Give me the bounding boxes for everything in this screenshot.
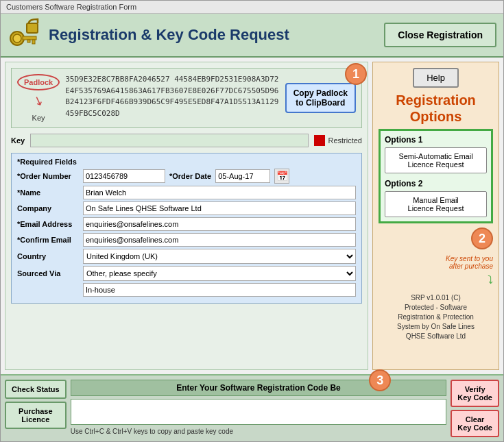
title-bar: Customers Software Registration Form bbox=[1, 1, 503, 14]
badge-1: 1 bbox=[345, 63, 367, 85]
purchase-licence-button[interactable]: Purchase Licence bbox=[5, 402, 67, 429]
name-label: *Name bbox=[17, 188, 79, 197]
badge-2: 2 bbox=[471, 228, 493, 249]
window-title: Customers Software Registration Form bbox=[6, 3, 136, 11]
padlock-label: Padlock bbox=[17, 74, 60, 90]
padlock-arrow-icon: ↘ bbox=[31, 92, 46, 110]
confirm-email-label: *Confirm Email bbox=[17, 236, 79, 244]
padlock-col: Padlock ↘ Key bbox=[17, 74, 60, 122]
svg-rect-3 bbox=[32, 40, 35, 44]
required-fields-label: *Required Fields bbox=[17, 158, 356, 166]
required-fields-section: *Required Fields *Order Number *Order Da… bbox=[11, 153, 362, 304]
verify-key-code-button[interactable]: Verify Key Code bbox=[451, 380, 499, 407]
sourced-row: Sourced Via Other, please specify bbox=[17, 266, 356, 281]
specify-row bbox=[17, 283, 356, 297]
calendar-button[interactable]: 📅 bbox=[274, 169, 289, 184]
close-registration-button[interactable]: Close Registration bbox=[384, 23, 496, 47]
svg-rect-2 bbox=[23, 36, 36, 40]
badge-3: 3 bbox=[369, 369, 391, 391]
key-input[interactable] bbox=[30, 134, 309, 147]
country-label: Country bbox=[17, 252, 79, 260]
key-label: Key bbox=[32, 114, 45, 122]
svg-rect-4 bbox=[27, 40, 30, 42]
key-row: Key Restricted bbox=[11, 132, 362, 149]
copy-padlock-button[interactable]: Copy Padlock to ClipBoard bbox=[285, 83, 356, 113]
order-number-input[interactable] bbox=[83, 169, 165, 183]
bottom-left-buttons: Check Status Purchase Licence bbox=[5, 380, 67, 437]
padlock-key-icon bbox=[8, 18, 42, 52]
email-input[interactable] bbox=[83, 217, 356, 231]
order-date-input[interactable] bbox=[215, 169, 270, 183]
name-input[interactable] bbox=[83, 186, 356, 199]
header-left: Registration & Key Code Request bbox=[8, 18, 289, 52]
header: Registration & Key Code Request Close Re… bbox=[1, 14, 503, 58]
clear-key-code-button[interactable]: Clear Key Code bbox=[451, 410, 499, 437]
company-input[interactable] bbox=[83, 201, 356, 215]
restricted-text: Restricted bbox=[328, 136, 362, 145]
country-select[interactable]: United Kingdom (UK) bbox=[83, 249, 356, 264]
sourced-label: Sourced Via bbox=[17, 269, 79, 278]
verify-clear-buttons: Verify Key Code Clear Key Code bbox=[451, 380, 499, 437]
main-content: Padlock ↘ Key 35D9E32E8C7BB8FA2046527 44… bbox=[1, 58, 503, 374]
order-row: *Order Number *Order Date 📅 bbox=[17, 169, 356, 184]
help-button[interactable]: Help bbox=[413, 68, 459, 88]
confirm-email-row: *Confirm Email bbox=[17, 233, 356, 247]
key-sent-arrow-icon: ⤵ bbox=[379, 274, 493, 286]
order-number-label: *Order Number bbox=[17, 172, 79, 180]
padlock-area: Padlock ↘ Key 35D9E32E8C7BB8FA2046527 44… bbox=[11, 68, 362, 128]
restricted-square-icon bbox=[314, 135, 325, 146]
option-2-button[interactable]: Manual Email Licence Request bbox=[385, 191, 487, 217]
padlock-hex-display: 35D9E32E8C7BB8FA2046527 44584EB9FD2531E9… bbox=[65, 74, 279, 122]
option-1-button[interactable]: Semi-Automatic Email Licence Request bbox=[385, 147, 487, 173]
key-sent-note: Key sent to you after purchase bbox=[379, 255, 493, 270]
right-panel: Help Registration Options Options 1 Semi… bbox=[372, 62, 499, 370]
company-row: Company bbox=[17, 201, 356, 215]
srp-info: SRP v1.0.01 (C) Protected - Software Reg… bbox=[379, 293, 493, 341]
main-window: Customers Software Registration Form Reg… bbox=[0, 0, 504, 442]
header-title: Registration & Key Code Request bbox=[49, 26, 289, 44]
confirm-email-input[interactable] bbox=[83, 233, 356, 247]
code-entry-title: Enter Your Software Registration Code Be… bbox=[71, 380, 447, 396]
options-2-label: Options 2 bbox=[385, 179, 487, 188]
email-row: *Email Address bbox=[17, 217, 356, 231]
sourced-select[interactable]: Other, please specify bbox=[83, 266, 356, 281]
svg-rect-5 bbox=[27, 23, 38, 33]
company-label: Company bbox=[17, 204, 79, 212]
code-textarea[interactable] bbox=[71, 399, 447, 425]
registration-options-title: Registration Options bbox=[379, 92, 493, 125]
left-panel: Padlock ↘ Key 35D9E32E8C7BB8FA2046527 44… bbox=[5, 62, 368, 370]
key-row-label: Key bbox=[11, 136, 25, 145]
email-label: *Email Address bbox=[17, 220, 79, 228]
check-status-button[interactable]: Check Status bbox=[5, 380, 67, 399]
options-box: Options 1 Semi-Automatic Email Licence R… bbox=[379, 129, 493, 223]
restricted-indicator: Restricted bbox=[314, 135, 362, 146]
sourced-specify-input[interactable] bbox=[83, 283, 356, 297]
country-row: Country United Kingdom (UK) bbox=[17, 249, 356, 264]
code-entry-area: Enter Your Software Registration Code Be… bbox=[71, 380, 447, 437]
options-1-label: Options 1 bbox=[385, 135, 487, 145]
bottom-section: Check Status Purchase Licence Enter Your… bbox=[1, 374, 503, 441]
code-entry-label: Enter Your Software Registration Code Be bbox=[176, 383, 341, 393]
order-date-label: *Order Date bbox=[169, 172, 211, 180]
code-hint: Use Ctrl+C & Ctrl+V keys to copy and pas… bbox=[71, 428, 447, 435]
svg-point-1 bbox=[13, 34, 21, 42]
name-row: *Name bbox=[17, 186, 356, 199]
